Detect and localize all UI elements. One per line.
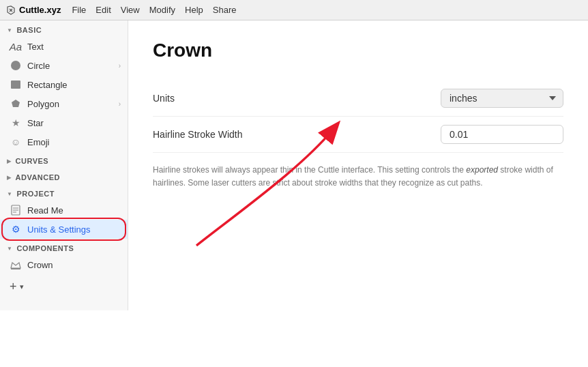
star-icon: ★	[10, 117, 22, 129]
advanced-triangle: ▶	[7, 175, 12, 181]
sidebar-section-advanced-label: ADVANCED	[16, 173, 61, 181]
sidebar-add-button[interactable]: + ▾	[0, 274, 128, 299]
app-name: Cuttle.xyz	[19, 5, 61, 15]
curves-triangle: ▶	[7, 158, 12, 164]
rectangle-icon	[10, 78, 22, 91]
crown-icon	[10, 259, 22, 271]
sidebar-section-curves[interactable]: ▶ CURVES	[0, 151, 128, 168]
sidebar-label-emoji: Emoji	[27, 137, 121, 147]
hairline-row: Hairline Stroke Width	[153, 117, 563, 153]
sidebar-item-circle[interactable]: Circle ›	[0, 56, 128, 75]
units-label: Units	[153, 93, 441, 104]
sidebar-wrapper: ▼ BASIC Aa Text Circle › Rectangle Polyg…	[0, 20, 128, 367]
sidebar-label-star: Star	[27, 118, 121, 128]
readme-icon	[10, 204, 22, 216]
sidebar-label-circle: Circle	[27, 61, 113, 71]
units-row: Units inches mm cm px	[153, 80, 563, 117]
sidebar-section-components[interactable]: ▼ COMPONENTS	[0, 239, 128, 255]
components-triangle: ▼	[7, 246, 12, 252]
units-select[interactable]: inches mm cm px	[441, 89, 563, 108]
circle-chevron: ›	[119, 62, 121, 70]
app-logo[interactable]: Cuttle.xyz	[5, 5, 61, 16]
hairline-control	[441, 125, 563, 144]
content-area: Crown Units inches mm cm px Hairline Str…	[128, 20, 588, 367]
sidebar-item-units-settings[interactable]: ⚙ Units & Settings	[0, 220, 128, 239]
sidebar: ▼ BASIC Aa Text Circle › Rectangle Polyg…	[0, 20, 128, 310]
svg-rect-6	[11, 268, 20, 269]
sidebar-section-advanced[interactable]: ▶ ADVANCED	[0, 168, 128, 184]
basic-triangle: ▼	[7, 27, 12, 33]
sidebar-section-components-label: COMPONENTS	[16, 244, 74, 252]
sidebar-item-text[interactable]: Aa Text	[0, 37, 128, 56]
sidebar-item-star[interactable]: ★ Star	[0, 113, 128, 132]
hairline-input[interactable]	[441, 125, 563, 144]
sidebar-label-polygon: Polygon	[27, 99, 113, 109]
annotation-arrow	[128, 20, 588, 367]
menu-view[interactable]: View	[121, 5, 140, 15]
sidebar-label-crown: Crown	[27, 260, 121, 270]
menubar: Cuttle.xyz File Edit View Modify Help Sh…	[0, 0, 588, 20]
svg-marker-0	[12, 100, 20, 107]
polygon-icon	[10, 98, 22, 110]
sidebar-item-polygon[interactable]: Polygon ›	[0, 94, 128, 113]
sidebar-label-readme: Read Me	[27, 205, 121, 216]
sidebar-item-emoji[interactable]: ☺ Emoji	[0, 132, 128, 151]
sidebar-section-project-label: PROJECT	[16, 190, 54, 198]
units-control: inches mm cm px	[441, 89, 563, 108]
circle-icon	[10, 59, 22, 72]
sidebar-item-crown[interactable]: Crown	[0, 255, 128, 274]
sidebar-item-rectangle[interactable]: Rectangle	[0, 75, 128, 94]
main-layout: ▼ BASIC Aa Text Circle › Rectangle Polyg…	[0, 20, 588, 367]
sidebar-section-basic-label: BASIC	[16, 26, 42, 34]
emoji-icon: ☺	[10, 136, 22, 148]
project-triangle: ▼	[7, 191, 12, 197]
polygon-chevron: ›	[119, 100, 121, 108]
gear-icon: ⚙	[10, 223, 22, 235]
sidebar-item-readme[interactable]: Read Me	[0, 201, 128, 220]
svg-marker-5	[11, 263, 20, 268]
add-icon: +	[10, 280, 17, 294]
menu-share[interactable]: Share	[213, 5, 237, 15]
page-title: Crown	[153, 40, 563, 61]
text-icon: Aa	[10, 40, 22, 53]
menu-modify[interactable]: Modify	[149, 5, 175, 15]
sidebar-section-basic[interactable]: ▼ BASIC	[0, 20, 128, 37]
sidebar-label-units-settings: Units & Settings	[27, 224, 121, 235]
add-chevron: ▾	[20, 282, 24, 291]
sidebar-label-text: Text	[27, 42, 121, 52]
sidebar-section-project[interactable]: ▼ PROJECT	[0, 184, 128, 201]
sidebar-section-curves-label: CURVES	[16, 157, 49, 165]
menu-bar: File Edit View Modify Help Share	[72, 5, 236, 15]
hairline-label: Hairline Stroke Width	[153, 129, 441, 140]
sidebar-label-rectangle: Rectangle	[27, 80, 121, 90]
hairline-description: Hairline strokes will always appear thin…	[153, 164, 563, 190]
menu-help[interactable]: Help	[185, 5, 203, 15]
menu-edit[interactable]: Edit	[95, 5, 111, 15]
menu-file[interactable]: File	[72, 5, 86, 15]
